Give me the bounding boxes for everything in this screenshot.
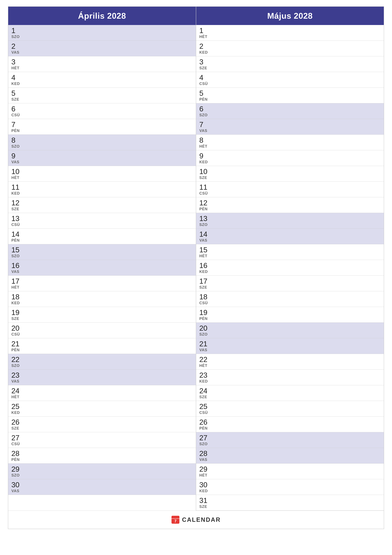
day-number: 15: [11, 246, 24, 254]
day-number: 3: [11, 58, 24, 66]
day-row: 5PÉN: [196, 88, 384, 103]
day-abbr: CSÜ: [11, 442, 24, 446]
day-cell: 17SZE: [199, 278, 212, 290]
day-cell: 27SZO: [199, 434, 212, 446]
day-row: 24HÉT: [8, 385, 196, 401]
day-number: 30: [11, 481, 24, 488]
day-abbr: CSÜ: [199, 301, 212, 305]
day-abbr: PÉN: [199, 426, 212, 431]
svg-text:7: 7: [174, 519, 177, 523]
day-abbr: VAS: [11, 379, 24, 384]
day-row: 1HÉT: [196, 25, 384, 41]
day-abbr: SZE: [199, 504, 212, 509]
day-number: 7: [11, 121, 24, 128]
day-cell: 13SZO: [199, 215, 212, 227]
footer-logo: 7 CALENDAR: [171, 515, 221, 524]
day-abbr: PÉN: [199, 207, 212, 211]
day-row: 28VAS: [196, 448, 384, 464]
day-cell: 8HÉT: [199, 137, 212, 149]
day-cell: 1SZO: [11, 27, 24, 39]
day-number: 28: [199, 450, 212, 457]
day-cell: 2KED: [199, 43, 212, 55]
day-row: 30VAS: [8, 479, 196, 495]
day-row: 7VAS: [196, 119, 384, 135]
day-number: 15: [199, 246, 212, 254]
day-number: 26: [199, 418, 212, 426]
day-abbr: KED: [11, 410, 24, 415]
day-abbr: PÉN: [199, 316, 212, 321]
day-number: 18: [11, 293, 24, 300]
day-abbr: HÉT: [199, 473, 212, 477]
day-row: 11CSÜ: [196, 182, 384, 197]
day-cell: 11CSÜ: [199, 183, 212, 196]
day-cell: 26PÉN: [199, 418, 212, 431]
day-number: 17: [11, 278, 24, 285]
day-number: 25: [199, 403, 212, 410]
day-row: 14PÉN: [8, 229, 196, 244]
day-cell: 5PÉN: [199, 89, 212, 102]
day-row: 7PÉN: [8, 119, 196, 135]
day-number: 12: [11, 199, 24, 206]
day-row: 29HÉT: [196, 464, 384, 479]
day-cell: 6SZO: [199, 105, 212, 117]
day-number: 17: [199, 278, 212, 285]
day-number: 6: [199, 105, 212, 112]
day-abbr: HÉT: [11, 175, 24, 180]
day-abbr: HÉT: [11, 395, 24, 399]
day-abbr: HÉT: [11, 66, 24, 70]
day-number: 27: [199, 434, 212, 441]
day-number: 24: [11, 387, 24, 394]
day-abbr: SZO: [199, 222, 212, 227]
day-cell: 7VAS: [199, 121, 212, 133]
day-cell: 9KED: [199, 152, 212, 164]
day-abbr: SZO: [11, 254, 24, 258]
footer: 7 CALENDAR: [8, 511, 384, 529]
day-number: 11: [11, 183, 24, 191]
day-number: 23: [11, 372, 24, 379]
day-row: 2VAS: [8, 41, 196, 56]
day-cell: 17HÉT: [11, 278, 24, 290]
day-row: 28PÉN: [8, 448, 196, 464]
day-row: 1SZO: [8, 25, 196, 41]
day-abbr: VAS: [199, 348, 212, 352]
day-number: 4: [199, 74, 212, 81]
day-row: 24SZE: [196, 385, 384, 401]
day-number: 4: [11, 74, 24, 81]
day-number: 9: [199, 152, 212, 160]
may-header: Május 2028: [196, 7, 384, 25]
day-abbr: SZO: [11, 144, 24, 149]
day-cell: 19SZE: [11, 309, 24, 321]
day-row: 6CSÜ: [8, 103, 196, 119]
day-number: 1: [199, 27, 212, 34]
day-cell: 2VAS: [11, 43, 24, 55]
day-cell: 31SZE: [199, 497, 212, 509]
day-abbr: VAS: [11, 489, 24, 493]
day-cell: 29HÉT: [199, 466, 212, 477]
day-cell: 15HÉT: [199, 246, 212, 258]
day-row: 21VAS: [196, 338, 384, 354]
day-abbr: HÉT: [199, 144, 212, 149]
day-number: 30: [199, 481, 212, 488]
day-cell: 15SZO: [11, 246, 24, 258]
day-row: 4KED: [8, 72, 196, 88]
day-row: 10HÉT: [8, 166, 196, 182]
day-cell: 14VAS: [199, 231, 212, 242]
day-row: 19SZE: [8, 307, 196, 323]
day-cell: 7PÉN: [11, 121, 24, 133]
day-cell: 8SZO: [11, 137, 24, 149]
day-abbr: SZE: [11, 426, 24, 431]
day-row: 31SZE: [196, 495, 384, 511]
day-number: 22: [11, 356, 24, 363]
day-number: 26: [11, 418, 24, 426]
day-number: 19: [11, 309, 24, 316]
day-abbr: VAS: [11, 50, 24, 55]
day-abbr: SZO: [199, 113, 212, 117]
day-cell: 4CSÜ: [199, 74, 212, 86]
day-number: 10: [199, 168, 212, 175]
day-row: 19PÉN: [196, 307, 384, 323]
day-cell: 9VAS: [11, 152, 24, 164]
day-cell: 3SZE: [199, 58, 212, 70]
day-abbr: PÉN: [199, 97, 212, 102]
day-row: 13SZO: [196, 213, 384, 229]
day-row: 23KED: [196, 370, 384, 385]
